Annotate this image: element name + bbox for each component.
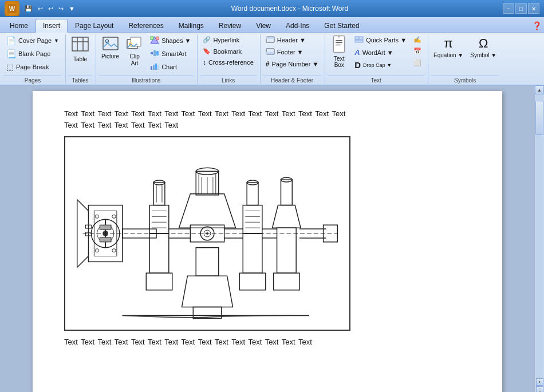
symbol-button[interactable]: Ω Symbol ▼ xyxy=(467,34,499,68)
quick-access-toolbar: 💾 ↩ ↩ ↪ ▼ xyxy=(23,4,77,14)
close-button[interactable]: ✕ xyxy=(528,3,539,14)
drop-cap-icon: D xyxy=(354,61,361,69)
cover-page-button[interactable]: 📄 Cover Page ▼ xyxy=(3,34,62,47)
signature-line-button[interactable]: ✍ xyxy=(411,34,424,45)
group-tables-label: Tables xyxy=(68,76,92,84)
scroll-track[interactable]: + ⋮ − xyxy=(535,95,543,392)
svg-rect-31 xyxy=(359,37,363,39)
vertical-scrollbar: ▲ + ⋮ − ▼ xyxy=(535,85,544,392)
bookmark-button[interactable]: 🔖 Bookmark xyxy=(200,46,256,57)
shapes-button[interactable]: Shapes ▼ xyxy=(147,34,194,47)
scroll-up-button[interactable]: ▲ xyxy=(535,85,544,94)
signature-icon: ✍ xyxy=(413,36,421,43)
svg-rect-16 xyxy=(156,51,159,56)
document-page[interactable]: Text Text Text Text Text Text Text Text … xyxy=(33,91,502,392)
symbol-icon: Ω xyxy=(479,36,488,51)
object-button[interactable]: ⬜ xyxy=(411,57,424,68)
smartart-icon xyxy=(150,49,159,58)
group-text-label: Text xyxy=(328,76,424,84)
group-links-content: 🔗 Hyperlink 🔖 Bookmark ↕ Cross-reference xyxy=(200,34,256,74)
scroll-thumb-dots[interactable]: ⋮ xyxy=(536,386,543,392)
tab-insert[interactable]: Insert xyxy=(36,19,68,33)
svg-point-13 xyxy=(156,37,159,40)
clip-art-icon xyxy=(126,36,143,52)
picture-icon xyxy=(102,36,119,52)
group-tables: Table Tables xyxy=(67,34,96,84)
svg-rect-102 xyxy=(100,225,111,229)
text-group-col2: ✍ 📅 ⬜ xyxy=(411,34,424,68)
undo-arrow[interactable]: ↩ xyxy=(46,4,55,14)
redo-button[interactable]: ↪ xyxy=(57,4,65,14)
shapes-smartart-chart-col: Shapes ▼ SmartArt xyxy=(147,34,194,73)
tab-add-ins[interactable]: Add-Ins xyxy=(278,19,317,32)
equation-button[interactable]: π Equation ▼ xyxy=(431,34,466,68)
group-text-content: T TextBox Quick Pa xyxy=(328,34,424,74)
tab-references[interactable]: References xyxy=(121,19,171,32)
group-links-label: Links xyxy=(200,76,256,84)
group-symbols-label: Symbols xyxy=(431,76,499,84)
svg-rect-6 xyxy=(103,37,118,50)
group-pages-label: Pages xyxy=(3,76,62,84)
equation-icon: π xyxy=(444,36,453,51)
svg-rect-30 xyxy=(355,37,358,39)
footer-button[interactable]: Footer ▼ xyxy=(263,46,322,58)
undo-button[interactable]: ↩ xyxy=(36,4,45,14)
hyperlink-icon: 🔗 xyxy=(203,36,211,43)
tab-review[interactable]: Review xyxy=(211,19,249,32)
tab-page-layout[interactable]: Page Layout xyxy=(68,19,121,32)
cover-page-icon: 📄 xyxy=(6,36,16,45)
window-controls: − □ ✕ xyxy=(503,3,539,14)
page-break-button[interactable]: ⬚ Page Break xyxy=(3,61,62,73)
document-image[interactable] xyxy=(64,136,350,331)
help-button[interactable]: ❓ xyxy=(532,21,542,30)
svg-rect-18 xyxy=(153,65,155,70)
maximize-button[interactable]: □ xyxy=(515,3,527,14)
tab-home[interactable]: Home xyxy=(2,19,36,32)
drop-cap-button[interactable]: D Drop Cap ▼ xyxy=(352,59,409,71)
svg-text:W: W xyxy=(9,5,15,12)
text-box-button[interactable]: T TextBox xyxy=(328,34,350,69)
document-scroll: Text Text Text Text Text Text Text Text … xyxy=(0,85,535,392)
text-group-col: Quick Parts ▼ A WordArt ▼ D Drop Cap ▼ xyxy=(352,34,409,71)
svg-rect-22 xyxy=(266,37,274,39)
svg-rect-12 xyxy=(151,37,153,39)
group-illustrations: Picture ClipArt xyxy=(97,34,198,84)
header-button[interactable]: Header ▼ xyxy=(263,34,322,46)
customize-button[interactable]: ▼ xyxy=(67,4,77,13)
svg-text:T: T xyxy=(338,35,341,39)
scroll-thumb[interactable] xyxy=(535,101,543,135)
date-time-button[interactable]: 📅 xyxy=(411,46,424,57)
hyperlink-button[interactable]: 🔗 Hyperlink xyxy=(200,34,256,45)
svg-rect-17 xyxy=(151,66,152,70)
tab-mailings[interactable]: Mailings xyxy=(171,19,211,32)
chart-button[interactable]: Chart xyxy=(147,61,194,73)
group-text: T TextBox Quick Pa xyxy=(326,34,428,84)
quick-parts-button[interactable]: Quick Parts ▼ xyxy=(352,34,409,46)
text-box-icon: T xyxy=(331,35,347,54)
document-area: Text Text Text Text Text Text Text Text … xyxy=(0,85,544,392)
group-pages-content: 📄 Cover Page ▼ 📃 Blank Page ⬚ Page Break xyxy=(3,34,62,74)
blank-page-button[interactable]: 📃 Blank Page xyxy=(3,47,62,60)
wordart-button[interactable]: A WordArt ▼ xyxy=(352,46,409,58)
group-pages: 📄 Cover Page ▼ 📃 Blank Page ⬚ Page Break… xyxy=(2,34,66,84)
minimize-button[interactable]: − xyxy=(503,3,514,14)
tab-view[interactable]: View xyxy=(249,19,278,32)
group-links: 🔗 Hyperlink 🔖 Bookmark ↕ Cross-reference… xyxy=(199,34,260,84)
date-time-icon: 📅 xyxy=(413,47,421,55)
cross-reference-button[interactable]: ↕ Cross-reference xyxy=(200,57,256,68)
svg-point-7 xyxy=(105,39,109,43)
table-button[interactable]: Table xyxy=(68,34,92,68)
clip-art-button[interactable]: ClipArt xyxy=(123,34,146,68)
smartart-button[interactable]: SmartArt xyxy=(147,47,194,60)
svg-rect-19 xyxy=(155,64,157,70)
office-button[interactable]: W xyxy=(5,1,19,16)
tab-bar: Home Insert Page Layout References Maili… xyxy=(0,17,544,33)
svg-rect-15 xyxy=(153,50,156,56)
scroll-zoom-in[interactable]: + xyxy=(536,378,543,386)
tab-get-started[interactable]: Get Started xyxy=(317,19,366,32)
title-bar: W 💾 ↩ ↩ ↪ ▼ Word document.docx - Microso… xyxy=(0,0,544,17)
footer-icon xyxy=(266,48,275,56)
save-button[interactable]: 💾 xyxy=(23,4,34,14)
page-number-button[interactable]: # Page Number ▼ xyxy=(263,58,322,70)
picture-button[interactable]: Picture xyxy=(98,34,122,68)
